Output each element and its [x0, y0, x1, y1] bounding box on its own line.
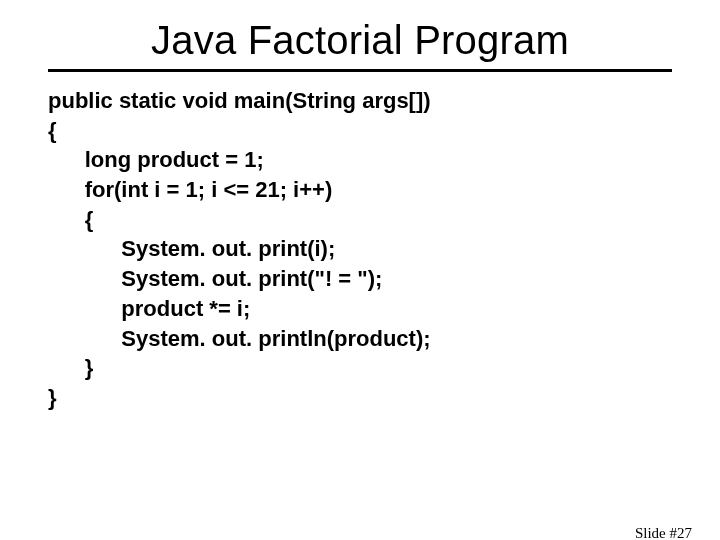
slide-number: Slide #27	[635, 525, 692, 540]
code-line: }	[48, 385, 57, 410]
code-line: {	[48, 118, 57, 143]
code-line: System. out. print(i);	[48, 236, 335, 261]
code-line: System. out. println(product);	[48, 326, 431, 351]
code-line: product *= i;	[48, 296, 250, 321]
slide-title: Java Factorial Program	[0, 18, 720, 63]
slide: Java Factorial Program public static voi…	[0, 18, 720, 540]
code-line: long product = 1;	[48, 147, 264, 172]
code-line: public static void main(String args[])	[48, 88, 431, 113]
code-line: for(int i = 1; i <= 21; i++)	[48, 177, 332, 202]
code-line: {	[48, 207, 93, 232]
title-underline	[48, 69, 672, 72]
code-block: public static void main(String args[]) {…	[48, 86, 720, 413]
code-line: System. out. print("! = ");	[48, 266, 382, 291]
code-line: }	[48, 355, 93, 380]
